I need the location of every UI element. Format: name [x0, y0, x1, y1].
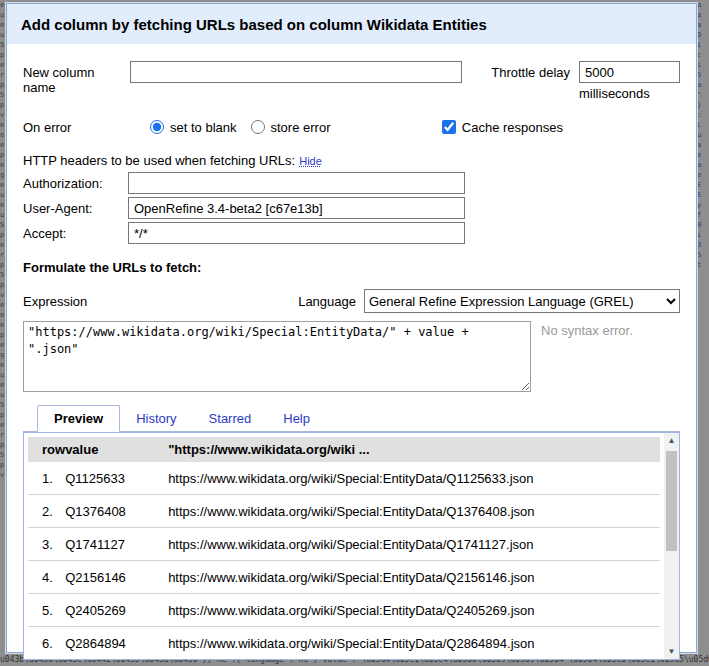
store-error-label: store error [271, 120, 331, 135]
on-error-row: On error set to blank store error Cache … [23, 117, 680, 137]
row-index: 5. [28, 594, 65, 627]
set-to-blank-label: set to blank [170, 120, 237, 135]
user-agent-label: User-Agent: [23, 201, 128, 216]
column-header-value: value [65, 437, 168, 462]
throttle-delay-input[interactable] [579, 61, 680, 83]
preview-panel: row value "https://www.wikidata.org/wiki… [23, 432, 680, 660]
tab-help[interactable]: Help [267, 406, 326, 431]
row-value: Q1376408 [65, 495, 168, 528]
row-url: https://www.wikidata.org/wiki/Special:En… [168, 495, 660, 528]
row-value: Q2156146 [65, 561, 168, 594]
language-label: Language [298, 294, 356, 309]
store-error-radio[interactable] [251, 120, 265, 134]
authorization-input[interactable] [128, 172, 465, 194]
set-to-blank-option[interactable]: set to blank [150, 120, 237, 135]
expression-label: Expression [23, 294, 87, 309]
table-row: 3. Q1741127 https://www.wikidata.org/wik… [28, 528, 660, 561]
throttle-delay-label: Throttle delay [491, 61, 570, 80]
tab-preview[interactable]: Preview [37, 405, 120, 432]
authorization-label: Authorization: [23, 176, 128, 191]
row-value: Q2405269 [65, 594, 168, 627]
column-header-row: row [28, 437, 65, 462]
table-row: 5. Q2405269 https://www.wikidata.org/wik… [28, 594, 660, 627]
on-error-label: On error [23, 120, 150, 135]
row-index: 2. [28, 495, 65, 528]
row-url: https://www.wikidata.org/wiki/Special:En… [168, 627, 660, 660]
hide-link[interactable]: Hide [299, 155, 322, 167]
formulate-urls-label: Formulate the URLs to fetch: [23, 260, 680, 275]
row-value: Q2864894 [65, 627, 168, 660]
table-row: 4. Q2156146 https://www.wikidata.org/wik… [28, 561, 660, 594]
new-column-input[interactable] [130, 61, 462, 83]
row-url: https://www.wikidata.org/wiki/Special:En… [168, 528, 660, 561]
table-row: 1. Q1125633 https://www.wikidata.org/wik… [28, 462, 660, 495]
milliseconds-label: milliseconds [579, 86, 680, 101]
row-index: 4. [28, 561, 65, 594]
row-value: Q1741127 [65, 528, 168, 561]
tab-starred[interactable]: Starred [193, 406, 268, 431]
row-url: https://www.wikidata.org/wiki/Special:En… [168, 594, 660, 627]
http-headers-label: HTTP headers to be used when fetching UR… [23, 153, 295, 168]
set-to-blank-radio[interactable] [150, 120, 164, 134]
store-error-option[interactable]: store error [251, 120, 331, 135]
row-index: 6. [28, 627, 65, 660]
expression-editor-row: "https://www.wikidata.org/wiki/Special:E… [23, 321, 680, 392]
expression-textarea[interactable]: "https://www.wikidata.org/wiki/Special:E… [23, 321, 531, 392]
scrollbar-thumb[interactable] [666, 451, 677, 551]
dialog-title-bar: Add column by fetching URLs based on col… [7, 4, 696, 44]
new-column-label: New column name [23, 61, 130, 95]
scrollbar-down-icon[interactable]: ▼ [664, 644, 679, 659]
preview-table: row value "https://www.wikidata.org/wiki… [28, 437, 660, 659]
expression-row: Expression Language General Refine Expre… [23, 289, 680, 313]
dialog-title: Add column by fetching URLs based on col… [21, 16, 487, 33]
user-agent-input[interactable] [128, 197, 465, 219]
table-row: 2. Q1376408 https://www.wikidata.org/wik… [28, 495, 660, 528]
preview-header-row: row value "https://www.wikidata.org/wiki… [28, 437, 660, 462]
row-url: https://www.wikidata.org/wiki/Special:En… [168, 561, 660, 594]
http-headers-grid: Authorization: User-Agent: Accept: [23, 172, 680, 244]
language-select[interactable]: General Refine Expression Language (GREL… [364, 289, 680, 313]
table-row: 6. Q2864894 https://www.wikidata.org/wik… [28, 627, 660, 660]
tab-history[interactable]: History [120, 406, 192, 431]
row-index: 1. [28, 462, 65, 495]
syntax-status: No syntax error. [541, 321, 633, 392]
accept-input[interactable] [128, 222, 465, 244]
preview-table-area: row value "https://www.wikidata.org/wiki… [28, 437, 660, 659]
column-header-url: "https://www.wikidata.org/wiki ... [168, 437, 660, 462]
scrollbar-up-icon[interactable]: ▲ [664, 433, 679, 448]
row-value: Q1125633 [65, 462, 168, 495]
http-header-row: Accept: [23, 222, 680, 244]
row-url: https://www.wikidata.org/wiki/Special:En… [168, 462, 660, 495]
row-index: 3. [28, 528, 65, 561]
cache-responses-option[interactable]: Cache responses [442, 120, 563, 135]
preview-scrollbar[interactable]: ▲ ▼ [664, 433, 679, 659]
add-column-fetch-dialog: Add column by fetching URLs based on col… [6, 3, 697, 653]
cache-responses-label: Cache responses [462, 120, 563, 135]
preview-tab-bar: Preview History Starred Help [23, 404, 680, 432]
http-header-row: Authorization: [23, 172, 680, 194]
backdrop-right-fragment: a a a D i c i 5 a " } : L u a e a e E E … [697, 0, 709, 666]
http-header-row: User-Agent: [23, 197, 680, 219]
http-headers-title-row: HTTP headers to be used when fetching UR… [23, 153, 680, 168]
accept-label: Accept: [23, 226, 128, 241]
new-column-row: New column name Throttle delay milliseco… [23, 61, 680, 101]
cache-responses-checkbox[interactable] [442, 120, 456, 134]
